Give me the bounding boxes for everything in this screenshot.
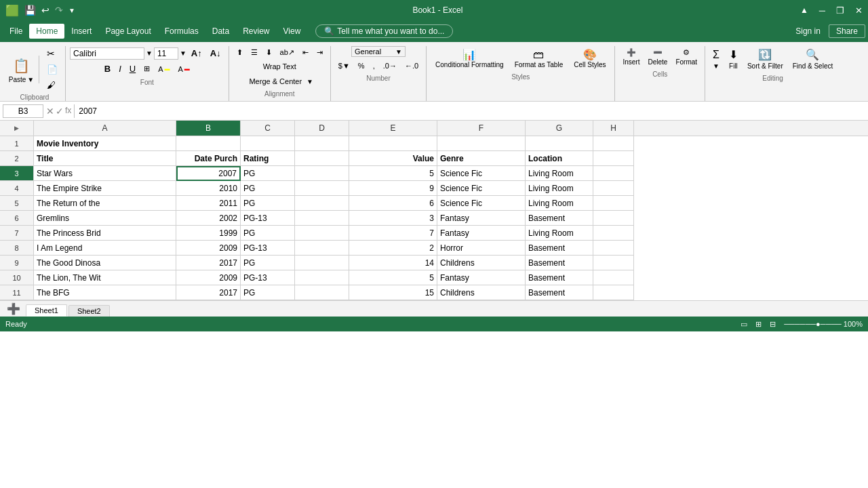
customize-qat-icon[interactable]: ▼ xyxy=(68,7,75,14)
cell[interactable] xyxy=(593,166,634,181)
cell[interactable]: 9 xyxy=(349,181,437,196)
cell[interactable] xyxy=(295,256,349,270)
wrap-text-button[interactable]: Wrap Text xyxy=(260,60,300,73)
cell[interactable]: Childrens xyxy=(437,256,526,270)
row-header[interactable]: 2 xyxy=(0,151,34,166)
cell[interactable] xyxy=(593,196,634,211)
col-header-a[interactable]: A xyxy=(34,121,176,136)
cell[interactable] xyxy=(295,151,349,166)
indent-increase-button[interactable]: ⇥ xyxy=(313,46,326,59)
normal-view-icon[interactable]: ▭ xyxy=(741,320,747,329)
cell[interactable]: 1999 xyxy=(176,226,241,241)
cell[interactable]: 2011 xyxy=(176,196,241,211)
col-header-d[interactable]: D xyxy=(295,121,349,136)
row-header[interactable]: 3 xyxy=(0,166,34,181)
cell[interactable]: The Lion, The Wit xyxy=(34,270,176,285)
cell[interactable]: Star Wars xyxy=(34,166,176,181)
cell[interactable]: Movie Inventory xyxy=(34,136,176,151)
cell[interactable]: Science Fic xyxy=(437,166,526,181)
col-header-b[interactable]: B xyxy=(176,121,241,136)
orientation-button[interactable]: ab↗ xyxy=(277,46,298,59)
menu-insert[interactable]: Insert xyxy=(64,24,98,39)
page-break-icon[interactable]: ⊟ xyxy=(770,320,776,329)
merge-center-button[interactable]: Merge & Center xyxy=(245,75,305,87)
cell[interactable]: Fantasy xyxy=(437,270,526,285)
cell[interactable]: The Empire Strike xyxy=(34,181,176,196)
cell[interactable]: Fantasy xyxy=(437,211,526,226)
cell[interactable] xyxy=(295,181,349,196)
cell[interactable]: Value xyxy=(349,151,437,166)
insert-button[interactable]: ➕Insert xyxy=(619,46,643,68)
redo-icon[interactable]: ↷ xyxy=(55,5,63,16)
indent-decrease-button[interactable]: ⇤ xyxy=(299,46,312,59)
cell[interactable] xyxy=(295,211,349,226)
menu-file[interactable]: File xyxy=(3,24,29,39)
font-color-button[interactable]: A▬ xyxy=(175,63,193,75)
cell[interactable]: Childrens xyxy=(437,285,526,300)
cell[interactable] xyxy=(593,256,634,270)
cell[interactable]: Gremlins xyxy=(34,211,176,226)
cell[interactable]: PG xyxy=(241,285,295,300)
cell[interactable]: 2 xyxy=(349,241,437,256)
menu-home[interactable]: Home xyxy=(29,24,64,39)
close-icon[interactable]: ✕ xyxy=(855,5,863,16)
decrease-font-button[interactable]: A↓ xyxy=(207,46,224,60)
menu-page-layout[interactable]: Page Layout xyxy=(98,24,157,39)
cell[interactable]: PG xyxy=(241,166,295,181)
col-header-e[interactable]: E xyxy=(349,121,437,136)
cell[interactable]: PG xyxy=(241,196,295,211)
cell[interactable]: 15 xyxy=(349,285,437,300)
cell[interactable]: PG-13 xyxy=(241,211,295,226)
font-size-input[interactable] xyxy=(154,47,178,60)
sort-filter-button[interactable]: 🔃Sort & Filter xyxy=(744,46,787,72)
cell[interactable]: 5 xyxy=(349,166,437,181)
cell[interactable]: Living Room xyxy=(526,181,593,196)
cell[interactable]: Horror xyxy=(437,241,526,256)
fill-color-button[interactable]: A▬ xyxy=(155,63,173,75)
menu-view[interactable]: View xyxy=(277,24,308,39)
cell[interactable]: The BFG xyxy=(34,285,176,300)
cell[interactable] xyxy=(295,136,349,151)
row-header[interactable]: 1 xyxy=(0,136,34,151)
cell[interactable] xyxy=(295,241,349,256)
row-header[interactable]: 10 xyxy=(0,270,34,285)
cell[interactable]: Living Room xyxy=(526,196,593,211)
align-middle-button[interactable]: ☰ xyxy=(248,46,261,59)
underline-button[interactable]: U xyxy=(126,62,139,76)
cell[interactable]: PG-13 xyxy=(241,270,295,285)
accounting-format-button[interactable]: $▼ xyxy=(335,60,353,72)
cell[interactable] xyxy=(295,226,349,241)
cell[interactable] xyxy=(593,211,634,226)
col-header-f[interactable]: F xyxy=(437,121,526,136)
cell[interactable]: The Return of the xyxy=(34,196,176,211)
cell[interactable]: PG xyxy=(241,256,295,270)
comma-button[interactable]: , xyxy=(370,60,378,72)
format-button[interactable]: ⚙Format xyxy=(672,46,701,68)
cell[interactable] xyxy=(526,136,593,151)
cell[interactable] xyxy=(295,270,349,285)
font-size-dropdown-icon[interactable]: ▼ xyxy=(180,49,186,57)
cell[interactable] xyxy=(349,136,437,151)
row-header[interactable]: 6 xyxy=(0,211,34,226)
cell[interactable]: The Princess Brid xyxy=(34,226,176,241)
row-header[interactable]: 9 xyxy=(0,256,34,270)
cut-button[interactable]: ✂ xyxy=(43,46,61,61)
sign-in-link[interactable]: Sign in xyxy=(795,26,821,36)
cell[interactable]: 2017 xyxy=(176,256,241,270)
cell[interactable] xyxy=(593,136,634,151)
cell[interactable] xyxy=(176,136,241,151)
cell[interactable]: 5 xyxy=(349,270,437,285)
cell[interactable]: Genre xyxy=(437,151,526,166)
sum-button[interactable]: Σ▼ xyxy=(709,47,723,72)
cell[interactable]: PG xyxy=(241,226,295,241)
cell[interactable]: 2010 xyxy=(176,181,241,196)
menu-formulas[interactable]: Formulas xyxy=(158,24,205,39)
zoom-slider[interactable]: ──────●──── 100% xyxy=(784,320,863,328)
col-header-c[interactable]: C xyxy=(241,121,295,136)
cell[interactable]: 2017 xyxy=(176,285,241,300)
menu-review[interactable]: Review xyxy=(236,24,276,39)
cell[interactable]: Location xyxy=(526,151,593,166)
confirm-formula-icon[interactable]: ✓ xyxy=(56,106,64,117)
find-select-button[interactable]: 🔍Find & Select xyxy=(789,46,836,72)
copy-button[interactable]: 📄 xyxy=(43,62,61,77)
